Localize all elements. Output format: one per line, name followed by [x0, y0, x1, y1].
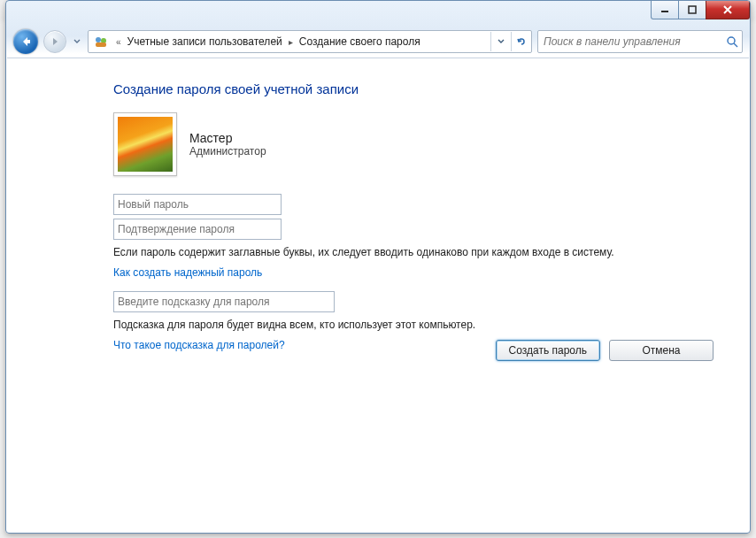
address-dropdown[interactable]: [490, 32, 511, 51]
arrow-right-icon: [50, 36, 60, 47]
nav-forward-button[interactable]: [43, 30, 66, 53]
content-area: Создание пароля своей учетной записи Мас…: [7, 58, 749, 532]
user-block: Мастер Администратор: [113, 112, 714, 176]
avatar: [113, 112, 177, 176]
avatar-image: [118, 117, 173, 172]
nav-back-button[interactable]: [13, 29, 38, 54]
page-title: Создание пароля своей учетной записи: [113, 81, 714, 96]
breadcrumb-separator: ▸: [284, 37, 297, 47]
svg-rect-4: [96, 42, 106, 47]
caps-note: Если пароль содержит заглавные буквы, их…: [113, 245, 680, 259]
chevron-down-icon: [73, 38, 81, 45]
password-hint-input[interactable]: [113, 291, 335, 312]
breadcrumb-level-2[interactable]: Создание своего пароля: [297, 35, 422, 48]
new-password-input[interactable]: [113, 194, 282, 215]
refresh-icon: [515, 35, 528, 48]
breadcrumb-prefix: «: [112, 37, 126, 47]
explorer-window: « Учетные записи пользователей ▸ Создани…: [5, 0, 751, 534]
user-role: Администратор: [189, 145, 266, 158]
refresh-button[interactable]: [511, 32, 531, 51]
user-name: Мастер: [189, 131, 266, 145]
svg-rect-0: [661, 11, 668, 12]
create-password-button[interactable]: Создать пароль: [496, 340, 600, 361]
svg-rect-1: [689, 6, 696, 13]
svg-point-2: [96, 37, 101, 42]
strong-password-link[interactable]: Как создать надежный пароль: [113, 266, 262, 279]
search-icon[interactable]: [722, 35, 742, 48]
arrow-left-icon: [19, 35, 32, 48]
maximize-button[interactable]: [678, 1, 706, 19]
chevron-down-icon: [498, 38, 505, 45]
caption-buttons: [652, 1, 750, 19]
user-accounts-icon: [92, 33, 110, 50]
search-box: [537, 30, 743, 53]
minimize-button[interactable]: [651, 1, 679, 19]
close-button[interactable]: [706, 1, 750, 19]
button-row: Создать пароль Отмена: [496, 340, 714, 361]
maximize-icon: [688, 5, 697, 14]
nav-history-dropdown[interactable]: [72, 31, 82, 52]
svg-line-6: [734, 43, 737, 47]
breadcrumb-level-1[interactable]: Учетные записи пользователей: [126, 35, 284, 48]
minimize-icon: [660, 5, 669, 14]
confirm-password-input[interactable]: [113, 219, 282, 240]
what-is-hint-link[interactable]: Что такое подсказка для паролей?: [113, 339, 285, 351]
address-bar[interactable]: « Учетные записи пользователей ▸ Создани…: [88, 30, 532, 53]
search-input[interactable]: [538, 35, 722, 48]
hint-visible-note: Подсказка для пароля будет видна всем, к…: [113, 318, 680, 332]
nav-row: « Учетные записи пользователей ▸ Создани…: [13, 29, 743, 54]
svg-point-5: [728, 37, 735, 44]
cancel-button[interactable]: Отмена: [609, 340, 714, 361]
close-icon: [722, 4, 733, 15]
